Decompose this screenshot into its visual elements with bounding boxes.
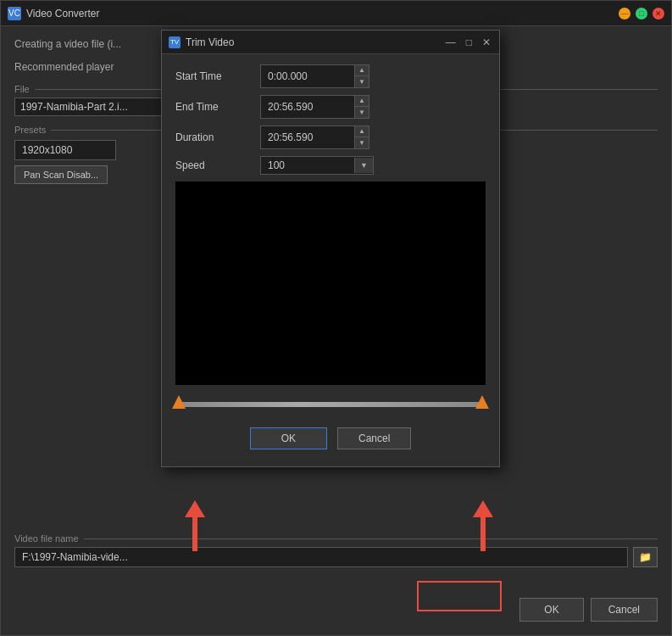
trim-close-button[interactable]: ✕ [480, 36, 492, 48]
end-time-row: End Time ▲ ▼ [175, 95, 486, 119]
pan-scan-button[interactable]: Pan Scan Disab... [14, 165, 108, 184]
main-titlebar: VC Video Converter — □ ✕ [1, 1, 671, 26]
timeline-track[interactable] [175, 402, 486, 407]
video-file-row: 📁 [14, 547, 658, 567]
file-input[interactable] [14, 98, 167, 116]
end-time-spin-up[interactable]: ▲ [355, 96, 369, 107]
end-time-label: End Time [175, 101, 260, 113]
trim-cancel-button[interactable]: Cancel [337, 427, 411, 449]
start-time-spin-up[interactable]: ▲ [355, 65, 369, 76]
video-file-label: Video file name [14, 533, 658, 544]
trim-titlebar-controls: — □ ✕ [444, 36, 492, 48]
start-time-input[interactable] [261, 68, 354, 85]
duration-row: Duration ▲ ▼ [175, 126, 486, 149]
main-cancel-button[interactable]: Cancel [591, 598, 658, 622]
end-time-spinners: ▲ ▼ [354, 96, 369, 118]
start-time-row: Start Time ▲ ▼ [175, 64, 486, 88]
start-time-input-group: ▲ ▼ [260, 64, 369, 88]
duration-label: Duration [175, 131, 260, 143]
browse-button[interactable]: 📁 [633, 547, 658, 567]
duration-spin-down[interactable]: ▼ [355, 137, 369, 148]
video-preview [175, 181, 486, 385]
end-time-spin-down[interactable]: ▼ [355, 107, 369, 118]
main-bottom-buttons: OK Cancel [519, 598, 658, 622]
trim-body: Start Time ▲ ▼ End Time ▲ ▼ Durati [162, 54, 499, 466]
timeline-area [175, 392, 486, 417]
timeline-handle-right[interactable] [475, 395, 489, 409]
trim-app-icon: TV [169, 36, 180, 48]
speed-select-group: ▼ [260, 156, 374, 175]
end-time-input-group: ▲ ▼ [260, 95, 369, 119]
duration-spin-up[interactable]: ▲ [355, 126, 369, 137]
trim-minimize-button[interactable]: — [444, 36, 458, 48]
trim-title: Trim Video [186, 36, 444, 48]
speed-label: Speed [175, 159, 260, 171]
end-time-input[interactable] [261, 98, 354, 115]
red-arrow-left [185, 500, 205, 551]
arrow-head-right [473, 500, 493, 517]
preset-input[interactable] [14, 140, 116, 160]
trim-ok-button[interactable]: OK [250, 427, 327, 449]
speed-input[interactable] [261, 157, 354, 174]
arrow-shaft-right [480, 517, 486, 551]
arrow-shaft-left [192, 517, 197, 551]
arrow-head-left [185, 500, 205, 517]
start-time-label: Start Time [175, 70, 260, 82]
red-arrow-right [473, 500, 493, 551]
titlebar-controls: — □ ✕ [619, 8, 664, 20]
speed-row: Speed ▼ [175, 156, 486, 175]
main-title: Video Converter [26, 8, 619, 20]
trim-dialog: TV Trim Video — □ ✕ Start Time ▲ ▼ End T… [161, 30, 500, 467]
video-file-input[interactable] [14, 547, 628, 567]
video-file-section: Video file name 📁 [1, 525, 671, 567]
trim-maximize-button[interactable]: □ [464, 36, 474, 48]
start-time-spinners: ▲ ▼ [354, 65, 369, 87]
start-time-spin-down[interactable]: ▼ [355, 76, 369, 87]
speed-dropdown-arrow[interactable]: ▼ [354, 158, 373, 173]
close-button[interactable]: ✕ [653, 8, 664, 20]
app-icon: VC [8, 7, 21, 20]
duration-spinners: ▲ ▼ [354, 126, 369, 148]
duration-input-group: ▲ ▼ [260, 126, 369, 149]
trim-titlebar: TV Trim Video — □ ✕ [162, 31, 499, 54]
minimize-button[interactable]: — [619, 8, 630, 20]
maximize-button[interactable]: □ [636, 8, 647, 20]
timeline-handle-left[interactable] [172, 395, 186, 409]
main-ok-button[interactable]: OK [519, 598, 583, 622]
duration-input[interactable] [261, 129, 354, 146]
trim-dialog-buttons: OK Cancel [175, 424, 486, 456]
